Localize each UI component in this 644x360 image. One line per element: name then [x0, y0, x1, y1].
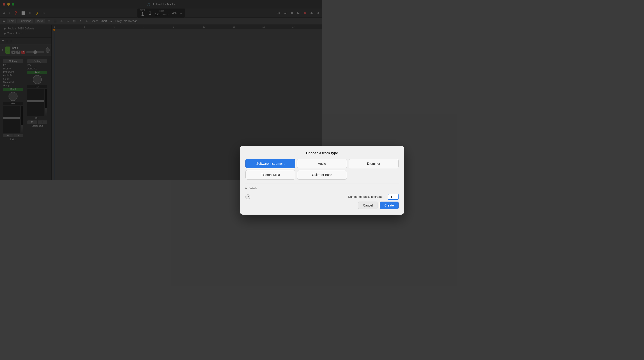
guitar-or-bass-button[interactable]: Guitar or Bass [297, 170, 322, 180]
modal-overlay[interactable]: Choose a track type Software Instrument … [0, 0, 322, 180]
choose-track-type-dialog: Choose a track type Software Instrument … [240, 146, 322, 180]
audio-button[interactable]: Audio [297, 159, 322, 168]
track-type-grid: Software Instrument Audio Drummer Extern… [246, 159, 322, 180]
software-instrument-button[interactable]: Software Instrument [246, 159, 295, 168]
dialog-title: Choose a track type [246, 151, 322, 155]
external-midi-button[interactable]: External MIDI [246, 170, 295, 180]
